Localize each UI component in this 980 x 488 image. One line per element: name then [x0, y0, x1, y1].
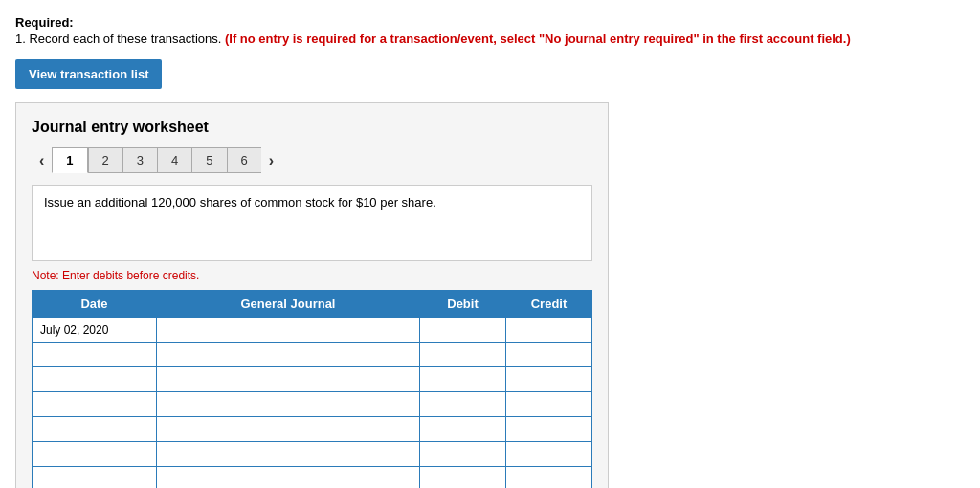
table-row: July 02, 2020 — [33, 318, 592, 343]
general-journal-field-3[interactable] — [157, 367, 419, 391]
date-cell-5 — [33, 417, 157, 442]
required-label: Required: — [15, 15, 965, 30]
worksheet-container: Journal entry worksheet ‹ 1 2 3 4 5 6 › … — [15, 102, 609, 488]
col-header-credit: Credit — [506, 291, 592, 318]
date-cell-6 — [33, 442, 157, 467]
general-journal-input-7[interactable] — [157, 467, 420, 489]
general-journal-field-4[interactable] — [157, 392, 419, 416]
col-header-general-journal: General Journal — [157, 291, 420, 318]
tab-5[interactable]: 5 — [191, 147, 226, 173]
tab-1[interactable]: 1 — [52, 147, 87, 173]
debit-field-3[interactable] — [420, 367, 505, 391]
general-journal-field-2[interactable] — [157, 343, 419, 366]
general-journal-input-2[interactable] — [157, 343, 420, 367]
credit-input-2[interactable] — [506, 343, 592, 367]
credit-field-6[interactable] — [506, 442, 591, 466]
credit-input-1[interactable] — [506, 318, 592, 343]
credit-input-5[interactable] — [506, 417, 592, 442]
date-cell-2 — [33, 343, 157, 367]
worksheet-title: Journal entry worksheet — [32, 119, 592, 136]
credit-input-7[interactable] — [506, 467, 592, 489]
general-journal-field-1[interactable] — [157, 318, 419, 342]
date-cell-7 — [33, 467, 157, 489]
general-journal-field-6[interactable] — [157, 442, 419, 466]
table-row — [33, 442, 592, 467]
credit-field-1[interactable] — [506, 318, 591, 342]
tab-prev-arrow[interactable]: ‹ — [32, 148, 52, 173]
general-journal-input-6[interactable] — [157, 442, 420, 467]
tab-next-arrow[interactable]: › — [261, 148, 281, 173]
credit-input-4[interactable] — [506, 392, 592, 417]
debit-field-6[interactable] — [420, 442, 505, 466]
col-header-debit: Debit — [420, 291, 506, 318]
credit-input-3[interactable] — [506, 367, 592, 392]
date-cell-3 — [33, 367, 157, 392]
debit-field-4[interactable] — [420, 392, 505, 416]
required-highlight: (If no entry is required for a transacti… — [225, 32, 851, 46]
debit-input-4[interactable] — [420, 392, 506, 417]
general-journal-field-5[interactable] — [157, 417, 419, 441]
credit-field-2[interactable] — [506, 343, 591, 366]
journal-table: Date General Journal Debit Credit July 0… — [32, 290, 592, 488]
transaction-description: Issue an additional 120,000 shares of co… — [32, 185, 592, 261]
general-journal-input-5[interactable] — [157, 417, 420, 442]
general-journal-input-1[interactable] — [157, 318, 420, 343]
credit-field-7[interactable] — [506, 467, 591, 488]
credit-field-5[interactable] — [506, 417, 591, 441]
debit-input-7[interactable] — [420, 467, 506, 489]
view-transaction-list-button[interactable]: View transaction list — [15, 59, 162, 89]
tab-4[interactable]: 4 — [157, 147, 191, 173]
tab-3[interactable]: 3 — [122, 147, 157, 173]
credit-field-3[interactable] — [506, 367, 591, 391]
table-row — [33, 392, 592, 417]
tab-row: ‹ 1 2 3 4 5 6 › — [32, 147, 592, 173]
debit-input-1[interactable] — [420, 318, 506, 343]
required-instruction: 1. Record each of these transactions. (I… — [15, 32, 851, 46]
tab-6[interactable]: 6 — [227, 147, 261, 173]
debit-input-2[interactable] — [420, 343, 506, 367]
debit-field-5[interactable] — [420, 417, 505, 441]
credit-field-4[interactable] — [506, 392, 591, 416]
col-header-date: Date — [33, 291, 157, 318]
debit-input-3[interactable] — [420, 367, 506, 392]
debit-input-6[interactable] — [420, 442, 506, 467]
table-row — [33, 467, 592, 489]
date-cell-4 — [33, 392, 157, 417]
credit-input-6[interactable] — [506, 442, 592, 467]
table-row — [33, 367, 592, 392]
debit-input-5[interactable] — [420, 417, 506, 442]
table-row — [33, 343, 592, 367]
required-section: Required: 1. Record each of these transa… — [15, 15, 965, 46]
debit-field-2[interactable] — [420, 343, 505, 366]
general-journal-input-3[interactable] — [157, 367, 420, 392]
date-cell-1: July 02, 2020 — [33, 318, 157, 343]
debit-field-1[interactable] — [420, 318, 505, 342]
note-text: Note: Enter debits before credits. — [32, 269, 592, 282]
general-journal-input-4[interactable] — [157, 392, 420, 417]
general-journal-field-7[interactable] — [157, 467, 419, 488]
debit-field-7[interactable] — [420, 467, 505, 488]
tab-2[interactable]: 2 — [88, 147, 122, 173]
table-row — [33, 417, 592, 442]
